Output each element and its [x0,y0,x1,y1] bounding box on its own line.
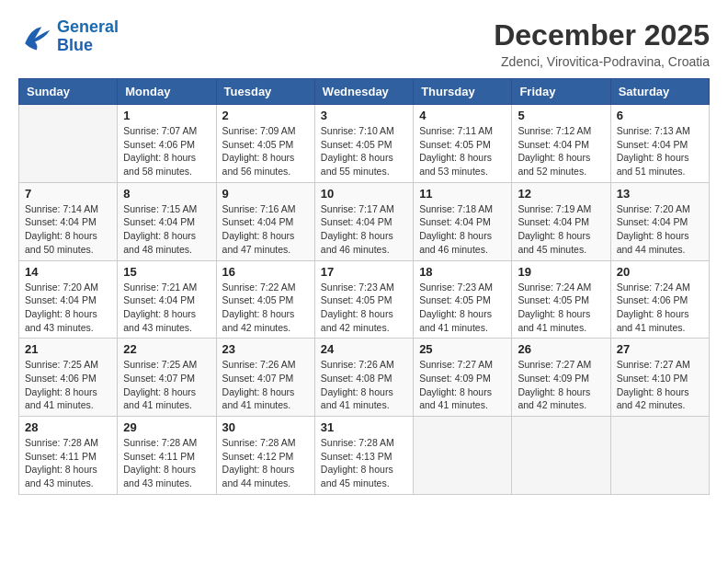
day-number: 7 [25,187,111,201]
day-info: Sunrise: 7:20 AM Sunset: 4:04 PM Dayligh… [25,281,111,335]
day-number: 12 [518,187,604,201]
day-info: Sunrise: 7:13 AM Sunset: 4:04 PM Dayligh… [617,124,703,178]
day-info: Sunrise: 7:11 AM Sunset: 4:05 PM Dayligh… [419,124,506,178]
day-info: Sunrise: 7:16 AM Sunset: 4:04 PM Dayligh… [222,202,309,257]
calendar-cell: 6Sunrise: 7:13 AM Sunset: 4:04 PM Daylig… [610,105,709,183]
day-info: Sunrise: 7:24 AM Sunset: 4:05 PM Dayligh… [518,281,604,335]
logo-text: General Blue [57,18,119,55]
calendar-cell: 16Sunrise: 7:22 AM Sunset: 4:05 PM Dayli… [216,260,314,339]
day-info: Sunrise: 7:28 AM Sunset: 4:12 PM Dayligh… [222,436,309,490]
day-number: 26 [518,342,604,356]
calendar-cell: 26Sunrise: 7:27 AM Sunset: 4:09 PM Dayli… [512,339,610,417]
day-number: 4 [419,109,506,122]
calendar-cell: 23Sunrise: 7:26 AM Sunset: 4:07 PM Dayli… [216,339,314,417]
day-number: 15 [123,265,210,279]
calendar-cell: 13Sunrise: 7:20 AM Sunset: 4:04 PM Dayli… [610,182,709,260]
weekday-header-row: SundayMondayTuesdayWednesdayThursdayFrid… [19,79,710,105]
calendar-cell: 28Sunrise: 7:28 AM Sunset: 4:11 PM Dayli… [19,417,118,495]
day-number: 16 [222,265,309,279]
day-number: 19 [518,265,604,279]
weekday-header-wednesday: Wednesday [314,79,413,105]
calendar-cell: 5Sunrise: 7:12 AM Sunset: 4:04 PM Daylig… [512,105,610,183]
day-info: Sunrise: 7:09 AM Sunset: 4:05 PM Dayligh… [222,124,309,178]
day-info: Sunrise: 7:15 AM Sunset: 4:04 PM Dayligh… [123,202,210,257]
day-number: 29 [123,420,210,434]
day-number: 21 [25,342,111,356]
calendar-week-row: 7Sunrise: 7:14 AM Sunset: 4:04 PM Daylig… [19,182,710,260]
day-number: 11 [419,187,506,201]
day-number: 5 [518,109,604,122]
day-info: Sunrise: 7:28 AM Sunset: 4:11 PM Dayligh… [25,436,111,490]
day-number: 10 [321,187,407,201]
calendar-week-row: 21Sunrise: 7:25 AM Sunset: 4:06 PM Dayli… [19,339,710,417]
day-number: 3 [321,109,407,122]
day-number: 23 [222,342,309,356]
calendar-cell: 11Sunrise: 7:18 AM Sunset: 4:04 PM Dayli… [414,182,512,260]
day-number: 6 [617,109,703,122]
logo-icon [18,20,51,53]
day-info: Sunrise: 7:10 AM Sunset: 4:05 PM Dayligh… [321,124,407,178]
weekday-header-monday: Monday [118,79,216,105]
calendar-cell: 22Sunrise: 7:25 AM Sunset: 4:07 PM Dayli… [118,339,216,417]
calendar-cell: 10Sunrise: 7:17 AM Sunset: 4:04 PM Dayli… [314,182,413,260]
day-number: 31 [321,420,407,434]
weekday-header-friday: Friday [512,79,610,105]
calendar-cell [610,417,709,495]
day-info: Sunrise: 7:20 AM Sunset: 4:04 PM Dayligh… [617,202,703,257]
calendar-cell: 31Sunrise: 7:28 AM Sunset: 4:13 PM Dayli… [314,417,413,495]
calendar-cell: 20Sunrise: 7:24 AM Sunset: 4:06 PM Dayli… [610,260,709,339]
calendar-table: SundayMondayTuesdayWednesdayThursdayFrid… [18,78,710,495]
day-info: Sunrise: 7:27 AM Sunset: 4:09 PM Dayligh… [419,358,506,412]
calendar-cell [512,417,610,495]
day-number: 28 [25,420,111,434]
day-info: Sunrise: 7:25 AM Sunset: 4:06 PM Dayligh… [25,358,111,412]
calendar-cell: 1Sunrise: 7:07 AM Sunset: 4:06 PM Daylig… [118,105,216,183]
day-info: Sunrise: 7:28 AM Sunset: 4:13 PM Dayligh… [321,436,407,490]
day-info: Sunrise: 7:24 AM Sunset: 4:06 PM Dayligh… [617,281,703,335]
calendar-cell: 9Sunrise: 7:16 AM Sunset: 4:04 PM Daylig… [216,182,314,260]
weekday-header-thursday: Thursday [414,79,512,105]
day-number: 8 [123,187,210,201]
calendar-cell [414,417,512,495]
weekday-header-tuesday: Tuesday [216,79,314,105]
calendar-cell: 21Sunrise: 7:25 AM Sunset: 4:06 PM Dayli… [19,339,118,417]
day-number: 24 [321,342,407,356]
day-info: Sunrise: 7:17 AM Sunset: 4:04 PM Dayligh… [321,202,407,257]
day-info: Sunrise: 7:28 AM Sunset: 4:11 PM Dayligh… [123,436,210,490]
calendar-cell: 27Sunrise: 7:27 AM Sunset: 4:10 PM Dayli… [610,339,709,417]
calendar-cell: 4Sunrise: 7:11 AM Sunset: 4:05 PM Daylig… [414,105,512,183]
day-number: 20 [617,265,703,279]
day-number: 27 [617,342,703,356]
day-info: Sunrise: 7:26 AM Sunset: 4:08 PM Dayligh… [321,358,407,412]
day-info: Sunrise: 7:19 AM Sunset: 4:04 PM Dayligh… [518,202,604,257]
calendar-cell: 12Sunrise: 7:19 AM Sunset: 4:04 PM Dayli… [512,182,610,260]
calendar-cell: 18Sunrise: 7:23 AM Sunset: 4:05 PM Dayli… [414,260,512,339]
calendar-cell: 24Sunrise: 7:26 AM Sunset: 4:08 PM Dayli… [314,339,413,417]
day-info: Sunrise: 7:23 AM Sunset: 4:05 PM Dayligh… [321,281,407,335]
day-number: 25 [419,342,506,356]
page-header: General Blue December 2025 Zdenci, Virov… [18,18,710,69]
day-number: 14 [25,265,111,279]
calendar-week-row: 14Sunrise: 7:20 AM Sunset: 4:04 PM Dayli… [19,260,710,339]
calendar-cell: 25Sunrise: 7:27 AM Sunset: 4:09 PM Dayli… [414,339,512,417]
day-info: Sunrise: 7:25 AM Sunset: 4:07 PM Dayligh… [123,358,210,412]
day-number: 1 [123,109,210,122]
day-number: 30 [222,420,309,434]
day-number: 9 [222,187,309,201]
day-info: Sunrise: 7:14 AM Sunset: 4:04 PM Dayligh… [25,202,111,257]
calendar-week-row: 1Sunrise: 7:07 AM Sunset: 4:06 PM Daylig… [19,105,710,183]
title-block: December 2025 Zdenci, Virovitica-Podravi… [494,18,710,69]
day-info: Sunrise: 7:07 AM Sunset: 4:06 PM Dayligh… [123,124,210,178]
day-number: 17 [321,265,407,279]
logo: General Blue [18,18,119,55]
calendar-cell: 19Sunrise: 7:24 AM Sunset: 4:05 PM Dayli… [512,260,610,339]
day-info: Sunrise: 7:21 AM Sunset: 4:04 PM Dayligh… [123,281,210,335]
day-info: Sunrise: 7:26 AM Sunset: 4:07 PM Dayligh… [222,358,309,412]
calendar-cell: 29Sunrise: 7:28 AM Sunset: 4:11 PM Dayli… [118,417,216,495]
day-info: Sunrise: 7:22 AM Sunset: 4:05 PM Dayligh… [222,281,309,335]
calendar-cell: 3Sunrise: 7:10 AM Sunset: 4:05 PM Daylig… [314,105,413,183]
day-info: Sunrise: 7:18 AM Sunset: 4:04 PM Dayligh… [419,202,506,257]
calendar-cell: 17Sunrise: 7:23 AM Sunset: 4:05 PM Dayli… [314,260,413,339]
calendar-cell: 15Sunrise: 7:21 AM Sunset: 4:04 PM Dayli… [118,260,216,339]
day-number: 13 [617,187,703,201]
